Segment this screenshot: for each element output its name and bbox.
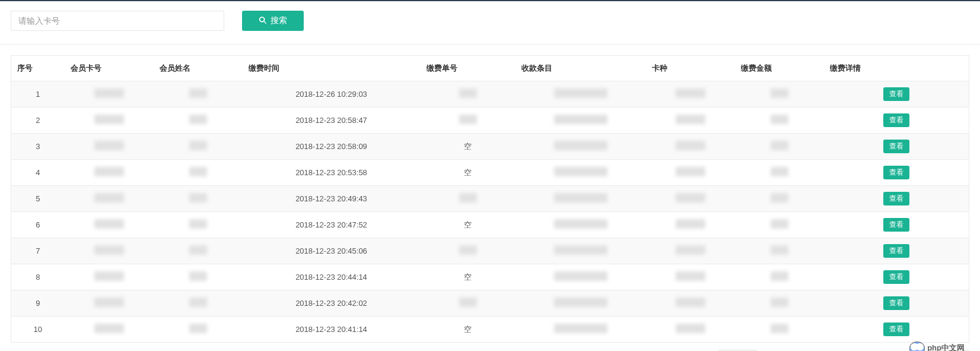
redacted-amount — [771, 141, 788, 150]
table-cell — [735, 186, 824, 212]
table-cell: 查看 — [824, 238, 969, 264]
redacted-item — [554, 141, 607, 150]
th-pay-order[interactable]: 缴费单号 — [421, 56, 516, 81]
th-detail[interactable]: 缴费详情 — [824, 56, 969, 81]
table-cell — [646, 160, 735, 186]
th-card-type[interactable]: 卡种 — [646, 56, 735, 81]
table-cell — [421, 290, 516, 317]
redacted-card-no — [94, 245, 124, 255]
table-cell — [421, 81, 516, 107]
redacted-amount — [771, 88, 788, 98]
redacted-name — [189, 88, 207, 98]
view-detail-button[interactable]: 查看 — [883, 244, 909, 258]
redacted-type — [676, 271, 705, 281]
table-cell — [516, 160, 646, 186]
view-detail-button[interactable]: 查看 — [883, 166, 909, 179]
view-detail-button[interactable]: 查看 — [883, 192, 909, 205]
table-row: 102018-12-23 20:41:14空查看 — [11, 317, 969, 343]
redacted-item — [554, 271, 607, 281]
table-cell: 查看 — [824, 212, 969, 238]
table-cell — [735, 317, 824, 343]
table-cell — [154, 107, 243, 134]
table-cell — [646, 317, 735, 343]
table-cell — [646, 186, 735, 212]
redacted-item — [554, 324, 607, 333]
view-detail-button[interactable]: 查看 — [883, 87, 909, 101]
table-cell — [65, 290, 154, 317]
redacted-type — [676, 193, 705, 203]
view-detail-button[interactable]: 查看 — [883, 140, 909, 153]
table-cell — [65, 317, 154, 343]
table-cell — [154, 160, 243, 186]
th-pay-amount[interactable]: 缴费金额 — [735, 56, 824, 81]
cell-pay-time: 2018-12-23 20:58:09 — [295, 142, 367, 151]
redacted-item — [554, 88, 607, 98]
view-detail-button[interactable]: 查看 — [883, 322, 909, 336]
redacted-type — [676, 245, 705, 255]
table-cell: 空 — [421, 134, 516, 160]
redacted-item — [554, 115, 607, 124]
cell-pay-time: 2018-12-23 20:44:14 — [295, 273, 367, 282]
view-detail-button[interactable]: 查看 — [883, 296, 909, 310]
redacted-amount — [771, 298, 788, 307]
redacted-amount — [771, 193, 788, 203]
table-cell: 空 — [421, 160, 516, 186]
redacted-name — [189, 141, 207, 150]
cell-pay-time: 2018-12-23 20:49:43 — [295, 194, 367, 203]
table-cell — [65, 212, 154, 238]
table-cell — [646, 107, 735, 134]
table-cell — [735, 107, 824, 134]
table-cell: 10 — [11, 317, 65, 343]
cell-pay-time: 2018-12-23 20:47:52 — [295, 220, 367, 229]
table-row: 42018-12-23 20:53:58空查看 — [11, 160, 969, 186]
cell-index: 2 — [36, 116, 40, 125]
table-cell — [735, 212, 824, 238]
redacted-type — [676, 115, 705, 124]
redacted-item — [554, 193, 607, 203]
table-cell: 2018-12-23 20:58:47 — [243, 107, 421, 134]
redacted-type — [676, 167, 705, 176]
cell-index: 7 — [36, 246, 40, 255]
table-cell: 3 — [11, 134, 65, 160]
table-cell — [65, 81, 154, 107]
table-cell: 空 — [421, 264, 516, 290]
view-detail-button[interactable]: 查看 — [883, 218, 909, 232]
table-cell — [154, 81, 243, 107]
table-cell: 1 — [11, 81, 65, 107]
th-index[interactable]: 序号 — [11, 56, 65, 81]
cell-index: 4 — [36, 168, 40, 177]
table-cell — [735, 134, 824, 160]
th-pay-time[interactable]: 缴费时间 — [243, 56, 421, 81]
redacted-amount — [771, 245, 788, 255]
view-detail-button[interactable]: 查看 — [883, 270, 909, 284]
th-card-no[interactable]: 会员卡号 — [65, 56, 154, 81]
table-cell: 查看 — [824, 317, 969, 343]
card-number-input[interactable] — [11, 11, 224, 31]
table-cell — [154, 134, 243, 160]
redacted-name — [189, 324, 207, 333]
redacted-card-no — [94, 298, 124, 307]
search-icon — [259, 16, 267, 26]
redacted-name — [189, 219, 207, 229]
redacted-amount — [771, 167, 788, 176]
cell-pay-time: 2018-12-23 20:58:47 — [295, 116, 367, 125]
redacted-name — [189, 271, 207, 281]
cell-index: 8 — [36, 273, 40, 282]
redacted-type — [676, 298, 705, 307]
redacted-order — [459, 115, 477, 124]
redacted-order — [459, 88, 477, 98]
table-cell — [646, 238, 735, 264]
table-cell: 查看 — [824, 160, 969, 186]
search-button[interactable]: 搜索 — [242, 11, 304, 31]
table-cell — [735, 290, 824, 317]
table-cell — [421, 107, 516, 134]
redacted-item — [554, 167, 607, 176]
table-cell: 查看 — [824, 290, 969, 317]
th-member-name[interactable]: 会员姓名 — [154, 56, 243, 81]
view-detail-button[interactable]: 查看 — [883, 113, 909, 127]
table-cell — [421, 186, 516, 212]
redacted-order — [459, 193, 477, 203]
cell-pay-order: 空 — [464, 325, 472, 334]
table-cell: 查看 — [824, 107, 969, 134]
th-charge-item[interactable]: 收款条目 — [516, 56, 646, 81]
